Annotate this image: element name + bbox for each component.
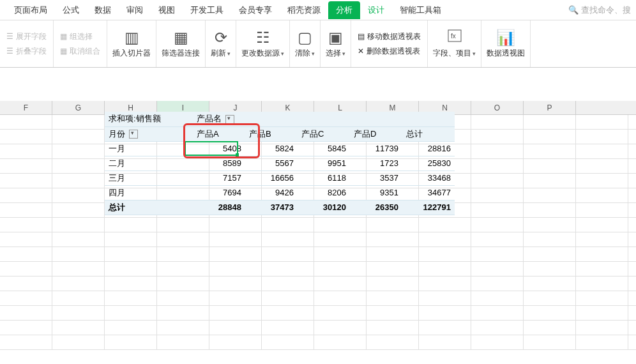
cell[interactable] — [52, 335, 105, 349]
cell[interactable] — [576, 188, 628, 202]
cell[interactable] — [52, 291, 105, 305]
cell[interactable] — [576, 232, 628, 246]
cell[interactable] — [419, 321, 471, 335]
tab-公式[interactable]: 公式 — [55, 1, 87, 20]
change-data-source-button[interactable]: ☷ 更改数据源▾ — [236, 20, 290, 67]
cell[interactable] — [262, 218, 314, 232]
spreadsheet-area[interactable]: FGHIJKLMNOP 求和项:销售额产品名 月份 产品A产品B产品C产品D总计… — [0, 68, 636, 364]
cell[interactable] — [471, 232, 524, 246]
cell[interactable] — [0, 159, 52, 173]
cell[interactable] — [52, 203, 105, 217]
cell[interactable] — [52, 232, 105, 246]
cell[interactable] — [157, 335, 209, 349]
tab-开发工具[interactable]: 开发工具 — [183, 1, 231, 20]
cell[interactable] — [419, 277, 471, 291]
cell[interactable] — [367, 291, 419, 305]
cell[interactable] — [471, 159, 524, 173]
tab-智能工具箱[interactable]: 智能工具箱 — [392, 1, 449, 20]
cell[interactable] — [471, 144, 524, 158]
tab-分析[interactable]: 分析 — [328, 1, 360, 19]
cell[interactable] — [52, 218, 105, 232]
cell[interactable] — [419, 262, 471, 276]
cell[interactable] — [367, 321, 419, 335]
cell[interactable] — [157, 218, 209, 232]
cell[interactable] — [576, 159, 628, 173]
cell[interactable] — [105, 232, 157, 246]
cell[interactable] — [262, 277, 314, 291]
filter-connections-button[interactable]: ▦ 筛选器连接 — [156, 20, 206, 67]
cell[interactable] — [419, 247, 471, 261]
cell[interactable] — [471, 247, 524, 261]
cell[interactable] — [524, 188, 576, 202]
expand-field-button[interactable]: ☰展开字段 — [4, 30, 49, 43]
cell[interactable] — [471, 291, 524, 305]
cell[interactable] — [576, 247, 628, 261]
pivot-table[interactable]: 求和项:销售额产品名 月份 产品A产品B产品C产品D总计一月5408582458… — [105, 112, 455, 215]
cell[interactable] — [209, 321, 262, 335]
cell[interactable] — [576, 262, 628, 276]
cell[interactable] — [524, 232, 576, 246]
cell[interactable] — [471, 203, 524, 217]
cell[interactable] — [157, 321, 209, 335]
insert-slicer-button[interactable]: ▥ 插入切片器 — [107, 20, 156, 67]
cell[interactable] — [52, 321, 105, 335]
cell[interactable] — [471, 335, 524, 349]
cell[interactable] — [576, 291, 628, 305]
cell[interactable] — [262, 232, 314, 246]
cell[interactable] — [157, 247, 209, 261]
cell[interactable] — [524, 247, 576, 261]
cell[interactable] — [524, 291, 576, 305]
cell[interactable] — [0, 262, 52, 276]
cell[interactable] — [209, 247, 262, 261]
tab-审阅[interactable]: 审阅 — [119, 1, 151, 20]
cell[interactable] — [52, 115, 105, 129]
cell[interactable] — [576, 321, 628, 335]
cell[interactable] — [471, 262, 524, 276]
cell[interactable] — [524, 203, 576, 217]
cell[interactable] — [471, 277, 524, 291]
cell[interactable] — [471, 306, 524, 320]
cell[interactable] — [367, 247, 419, 261]
cell[interactable] — [419, 335, 471, 349]
cell[interactable] — [52, 188, 105, 202]
cell[interactable] — [367, 218, 419, 232]
cell[interactable] — [105, 218, 157, 232]
cell[interactable] — [52, 174, 105, 188]
cell[interactable] — [262, 247, 314, 261]
cell[interactable] — [105, 277, 157, 291]
cell[interactable] — [524, 306, 576, 320]
cell[interactable] — [471, 130, 524, 144]
cell[interactable] — [419, 232, 471, 246]
group-select-button[interactable]: ▦组选择 — [57, 30, 103, 43]
tab-稻壳资源[interactable]: 稻壳资源 — [280, 1, 328, 20]
cell[interactable] — [157, 262, 209, 276]
cell[interactable] — [0, 203, 52, 217]
cell[interactable] — [419, 291, 471, 305]
cell[interactable] — [105, 291, 157, 305]
cell[interactable] — [105, 262, 157, 276]
fields-items-button[interactable]: fx 字段、项目▾ — [428, 20, 481, 67]
cell[interactable] — [0, 188, 52, 202]
col-header-P[interactable]: P — [524, 101, 576, 114]
cell[interactable] — [314, 262, 367, 276]
cell[interactable] — [576, 218, 628, 232]
cell[interactable] — [314, 277, 367, 291]
cell[interactable] — [209, 262, 262, 276]
cell[interactable] — [314, 232, 367, 246]
cell[interactable] — [367, 306, 419, 320]
cell[interactable] — [576, 335, 628, 349]
cell[interactable] — [52, 306, 105, 320]
cell[interactable] — [105, 335, 157, 349]
cell[interactable] — [52, 277, 105, 291]
collapse-field-button[interactable]: ☰折叠字段 — [4, 45, 49, 58]
cell[interactable] — [105, 306, 157, 320]
cell[interactable] — [52, 144, 105, 158]
cell[interactable] — [314, 247, 367, 261]
cell[interactable] — [314, 306, 367, 320]
cell[interactable] — [0, 232, 52, 246]
refresh-button[interactable]: ⟳ 刷新▾ — [206, 20, 236, 67]
select-button[interactable]: ▣ 选择▾ — [321, 20, 351, 67]
cell[interactable] — [0, 306, 52, 320]
cell[interactable] — [524, 277, 576, 291]
cell[interactable] — [576, 115, 628, 129]
